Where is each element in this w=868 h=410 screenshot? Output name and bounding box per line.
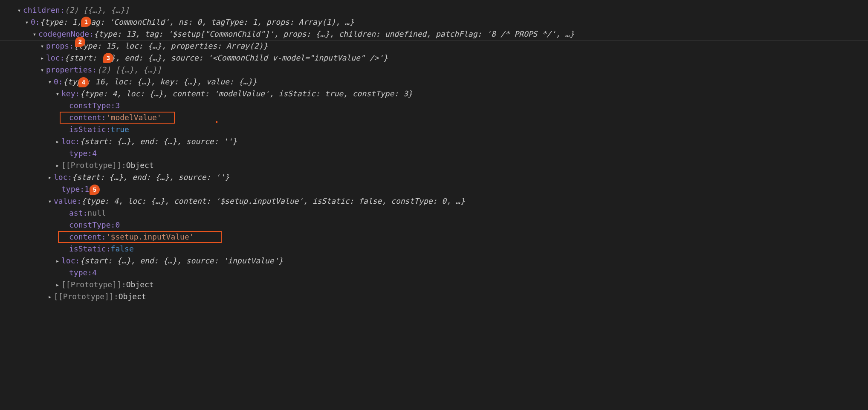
object-value: Object — [126, 279, 154, 291]
object-key: value: — [54, 195, 81, 207]
caret-down-icon[interactable]: ▾ — [46, 195, 54, 207]
object-key: loc: — [61, 255, 80, 267]
object-key: type: — [69, 147, 92, 159]
object-value: 0 — [115, 219, 120, 231]
object-value: 4 — [92, 267, 97, 279]
object-value: 3 — [115, 100, 120, 112]
object-key: loc: — [46, 52, 64, 64]
object-key: properties: — [46, 64, 97, 76]
tree-row-value[interactable]: ▾ value: {type: 4, loc: {…}, content: '$… — [0, 195, 868, 207]
object-key: content: — [69, 231, 106, 243]
object-key: [[Prototype]]: — [61, 279, 126, 291]
tree-row-prop-0[interactable]: ▾ 0: {type: 16, loc: {…}, key: {…}, valu… — [0, 76, 868, 88]
caret-right-icon[interactable]: ▸ — [46, 171, 54, 183]
object-summary: {type: 4, loc: {…}, content: 'modelValue… — [80, 88, 412, 100]
annotation-badge-2: 2 — [75, 37, 85, 47]
caret-down-icon[interactable]: ▾ — [31, 28, 38, 40]
object-summary: {start: {…}, end: {…}, source: ''} — [72, 171, 229, 183]
object-key: children: — [23, 4, 65, 16]
tree-row-index-0[interactable]: ▾ 0: {type: 1, tag: 'CommonChild', ns: 0… — [0, 16, 868, 28]
object-key: type: — [61, 183, 84, 195]
caret-down-icon[interactable]: ▾ — [38, 40, 46, 52]
tree-row-content-modelvalue[interactable]: content: 'modelValue' — [0, 112, 868, 124]
object-key: isStatic: — [69, 243, 111, 255]
caret-right-icon[interactable]: ▸ — [54, 255, 61, 267]
tree-row-codegen[interactable]: ▾ codegenNode: {type: 13, tag: '$setup["… — [0, 28, 868, 40]
tree-row-prototype-inner[interactable]: ▸ [[Prototype]]: Object — [0, 279, 868, 291]
tree-row-ast[interactable]: ast: null — [0, 207, 868, 219]
object-key: 0: — [54, 76, 63, 88]
object-key: [[Prototype]]: — [54, 291, 119, 303]
tree-row-key[interactable]: ▾ key: {type: 4, loc: {…}, content: 'mod… — [0, 88, 868, 100]
object-value: Object — [126, 159, 154, 171]
separator-line — [0, 40, 868, 40]
caret-down-icon[interactable]: ▾ — [15, 4, 23, 16]
object-value: 'modelValue' — [106, 112, 162, 124]
tree-row-props[interactable]: ▾ props: {type: 15, loc: {…}, properties… — [0, 40, 868, 52]
object-key: loc: — [54, 171, 72, 183]
caret-right-icon[interactable]: ▸ — [54, 136, 61, 147]
tree-row-consttype[interactable]: constType: 3 — [0, 100, 868, 112]
object-key: codegenNode: — [38, 28, 94, 40]
object-key: content: — [69, 112, 106, 124]
tree-row-prototype[interactable]: ▸ [[Prototype]]: Object — [0, 159, 868, 171]
object-summary: {type: 13, tag: '$setup["CommonChild"]',… — [94, 28, 574, 40]
object-key: isStatic: — [69, 124, 111, 136]
tree-row-content-setup[interactable]: content: '$setup.inputValue' — [0, 231, 868, 243]
tree-row-isstatic[interactable]: isStatic: true — [0, 124, 868, 136]
object-key: 0: — [31, 16, 40, 28]
caret-down-icon[interactable]: ▾ — [23, 16, 31, 28]
object-key: type: — [69, 267, 92, 279]
object-value: null — [87, 207, 106, 219]
object-value: true — [111, 124, 129, 136]
tree-row-loc-outer[interactable]: ▸ loc: {start: {…}, end: {…}, source: ''… — [0, 171, 868, 183]
annotation-badge-3: 3 — [103, 53, 113, 63]
object-summary: {start: {…}, end: {…}, source: 'inputVal… — [80, 255, 283, 267]
object-key: constType: — [69, 219, 115, 231]
object-key: [[Prototype]]: — [61, 159, 126, 171]
object-key: ast: — [69, 207, 87, 219]
object-key: key: — [61, 88, 80, 100]
object-key: loc: — [61, 136, 80, 147]
tree-row-loc-value[interactable]: ▸ loc: {start: {…}, end: {…}, source: 'i… — [0, 255, 868, 267]
object-summary: (2) [{…}, {…}] — [97, 64, 162, 76]
tree-row-type[interactable]: type: 4 — [0, 147, 868, 159]
object-key: constType: — [69, 100, 115, 112]
tree-row-children[interactable]: ▾ children: (2) [{…}, {…}] — [0, 4, 868, 16]
object-value: 4 — [92, 147, 97, 159]
object-value: Object — [119, 291, 146, 303]
caret-right-icon[interactable]: ▸ — [38, 52, 46, 64]
object-summary: {start: {…}, end: {…}, source: ''} — [80, 136, 237, 147]
caret-down-icon[interactable]: ▾ — [46, 76, 54, 88]
object-summary: {type: 15, loc: {…}, properties: Array(2… — [74, 40, 268, 52]
caret-right-icon[interactable]: ▸ — [54, 279, 61, 291]
tree-row-type-16[interactable]: type: 16 5 — [0, 183, 868, 195]
annotation-badge-1: 1 — [81, 17, 91, 27]
tree-row-type-4[interactable]: type: 4 — [0, 267, 868, 279]
caret-right-icon[interactable]: ▸ — [46, 291, 54, 303]
tree-row-prototype-outer[interactable]: ▸ [[Prototype]]: Object — [0, 291, 868, 303]
tree-row-properties[interactable]: ▾ properties: (2) [{…}, {…}] — [0, 64, 868, 76]
annotation-dot — [216, 121, 217, 123]
caret-down-icon[interactable]: ▾ — [54, 88, 61, 100]
annotation-badge-4: 4 — [78, 77, 89, 87]
object-key: props: — [46, 40, 74, 52]
object-summary: {type: 16, loc: {…}, key: {…}, value: {…… — [63, 76, 257, 88]
tree-row-loc-inner[interactable]: ▸ loc: {start: {…}, end: {…}, source: ''… — [0, 136, 868, 147]
object-summary: (2) [{…}, {…}] — [65, 4, 130, 16]
annotation-badge-5: 5 — [90, 185, 100, 195]
object-value: '$setup.inputValue' — [106, 231, 194, 243]
object-summary: {type: 4, loc: {…}, content: '$setup.inp… — [81, 195, 465, 207]
tree-row-loc[interactable]: ▸ loc: {start: {…}, end: {…}, source: '<… — [0, 52, 868, 64]
tree-row-isstatic-false[interactable]: isStatic: false — [0, 243, 868, 255]
caret-down-icon[interactable]: ▾ — [38, 64, 46, 76]
tree-row-consttype-0[interactable]: constType: 0 — [0, 219, 868, 231]
caret-right-icon[interactable]: ▸ — [54, 159, 61, 171]
object-value: false — [111, 243, 134, 255]
